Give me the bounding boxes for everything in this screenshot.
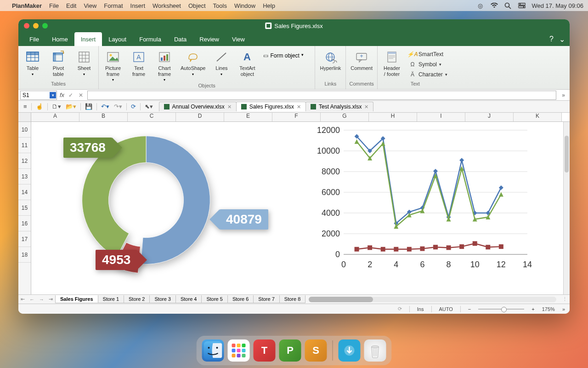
form-object-button[interactable]: ▭ Form object ▾ [261, 50, 312, 62]
col-header[interactable]: G [321, 113, 369, 121]
autoshape-button[interactable]: AutoShape ▾ [179, 49, 207, 77]
minimize-button[interactable] [33, 23, 39, 29]
ribbon-tab-file[interactable]: File [23, 32, 45, 46]
sheet-nav-prev-icon[interactable]: ← [27, 297, 37, 302]
sheet-tab[interactable]: Store 7 [253, 295, 279, 303]
col-header[interactable]: F [272, 113, 321, 121]
sheet-tab[interactable]: Store 3 [149, 295, 175, 303]
save-icon[interactable]: 💾 [83, 103, 95, 110]
row-header[interactable]: 12 [18, 153, 31, 169]
status-ins[interactable]: Ins [417, 306, 424, 312]
touch-mode-icon[interactable]: ☝ [34, 103, 45, 110]
donut-chart[interactable]: 33768 40879 4953 [68, 122, 243, 278]
redo-icon[interactable]: ↷▾ [112, 103, 124, 110]
sheet-button[interactable]: Sheet ▾ [73, 49, 96, 77]
sheet-tab[interactable]: Store 6 [227, 295, 254, 303]
sheet-nav-misc-icon[interactable]: ⋮ [560, 296, 570, 302]
menu-worksheet[interactable]: Worksheet [153, 2, 181, 9]
cell-reference-box[interactable]: S1▾ [20, 91, 57, 100]
zoom-out-button[interactable]: − [468, 306, 471, 312]
vertical-scrollbar[interactable] [563, 122, 570, 294]
character-button[interactable]: ÄCharacter ▾ [406, 70, 450, 79]
accept-icon[interactable]: ✓ [67, 92, 74, 98]
formula-input[interactable] [87, 91, 556, 100]
align-icon[interactable]: ≡ [21, 103, 29, 110]
pivot-table-button[interactable]: Pivot table [47, 49, 70, 78]
user-icon[interactable]: ◎ [477, 2, 484, 9]
open-file-icon[interactable]: 📂▾ [63, 103, 79, 110]
file-tab[interactable]: Sales Figures.xlsx✕ [236, 102, 306, 111]
sheet-nav-first-icon[interactable]: ⇤ [18, 296, 27, 302]
row-header[interactable]: 16 [18, 216, 31, 231]
lines-button[interactable]: Lines ▾ [210, 49, 233, 77]
ribbon-tab-data[interactable]: Data [168, 32, 193, 46]
formula-bar-expand-icon[interactable]: » [559, 92, 568, 98]
menu-tools[interactable]: Tools [213, 2, 227, 9]
file-tab[interactable]: Annual Overview.xlsx✕ [159, 102, 237, 111]
textart-button[interactable]: A TextArt object [236, 49, 259, 78]
header-footer-button[interactable]: Header / footer [380, 49, 403, 78]
dock-app-s-icon[interactable]: S [305, 339, 327, 362]
help-icon[interactable]: ? [549, 35, 554, 43]
close-icon[interactable]: ✕ [297, 104, 301, 110]
row-header[interactable]: 10 [18, 122, 31, 138]
col-header[interactable]: H [369, 113, 417, 121]
status-more-icon[interactable]: » [562, 306, 565, 312]
menu-view[interactable]: View [84, 2, 96, 9]
refresh-icon[interactable]: ⟳ [129, 103, 138, 110]
col-header[interactable]: C [128, 113, 176, 121]
ribbon-tab-view[interactable]: View [226, 32, 251, 46]
zoom-level[interactable]: 175% [542, 306, 555, 312]
horizontal-scrollbar[interactable] [309, 297, 556, 302]
close-icon[interactable]: ✕ [227, 104, 232, 110]
pointer-icon[interactable]: ⬉▾ [142, 103, 155, 110]
menu-help[interactable]: Help [263, 2, 275, 9]
menu-file[interactable]: File [49, 2, 59, 9]
text-frame-button[interactable]: A Text frame [127, 49, 150, 78]
sheet-tab[interactable]: Store 2 [124, 295, 150, 303]
col-header[interactable]: I [417, 113, 465, 121]
control-center-icon[interactable] [518, 2, 526, 9]
ribbon-tab-review[interactable]: Review [193, 32, 226, 46]
table-button[interactable]: Table ▾ [21, 49, 44, 77]
fx-icon[interactable]: fx [60, 92, 64, 98]
row-header[interactable]: 17 [18, 231, 31, 247]
spotlight-icon[interactable] [504, 2, 512, 9]
col-header[interactable]: J [465, 113, 514, 121]
menu-object[interactable]: Object [188, 2, 206, 9]
cell-grid[interactable]: 33768 40879 4953 02000400060008000100001… [31, 122, 563, 294]
close-icon[interactable]: ✕ [364, 104, 368, 110]
sheet-nav-next-icon[interactable]: → [37, 297, 46, 302]
sheet-tab[interactable]: Store 4 [175, 295, 202, 303]
col-header[interactable]: A [31, 113, 79, 121]
sheet-nav-last-icon[interactable]: ⇥ [46, 296, 55, 302]
ribbon-tab-layout[interactable]: Layout [102, 32, 133, 46]
menu-edit[interactable]: Edit [66, 2, 76, 9]
dock-finder-icon[interactable] [202, 339, 224, 362]
sheet-tab[interactable]: Store 8 [279, 295, 305, 303]
line-chart[interactable]: 02000400060008000100001200002468101214 [311, 126, 532, 273]
close-button[interactable] [24, 23, 29, 29]
row-header[interactable]: 15 [18, 200, 31, 216]
dock-trash-icon[interactable] [364, 339, 386, 362]
ribbon-tab-formula[interactable]: Formula [133, 32, 168, 46]
ribbon-tab-insert[interactable]: Insert [74, 32, 102, 46]
zoom-in-button[interactable]: + [531, 306, 534, 312]
dock-app-t-icon[interactable]: T [254, 339, 276, 362]
chart-frame-button[interactable]: Chart frame ▾ [153, 49, 176, 83]
app-name[interactable]: PlanMaker [12, 2, 42, 9]
picture-frame-button[interactable]: Picture frame ▾ [102, 49, 124, 83]
undo-icon[interactable]: ↶▾ [99, 103, 112, 110]
row-header[interactable]: 18 [18, 247, 31, 263]
dock-app-p-icon[interactable]: P [279, 339, 301, 362]
menu-window[interactable]: Window [234, 2, 255, 9]
comment-button[interactable]: + Comment [349, 49, 374, 72]
col-header[interactable]: K [514, 113, 562, 121]
sheet-tab[interactable]: Store 5 [201, 295, 227, 303]
file-tab[interactable]: Test Analysis.xlsx✕ [305, 102, 373, 111]
sync-icon[interactable]: ⟳ [398, 306, 402, 312]
sheet-tab[interactable]: Store 1 [98, 295, 124, 303]
row-header[interactable]: 14 [18, 184, 31, 200]
col-header[interactable]: D [176, 113, 224, 121]
cancel-icon[interactable]: ✕ [77, 92, 85, 98]
